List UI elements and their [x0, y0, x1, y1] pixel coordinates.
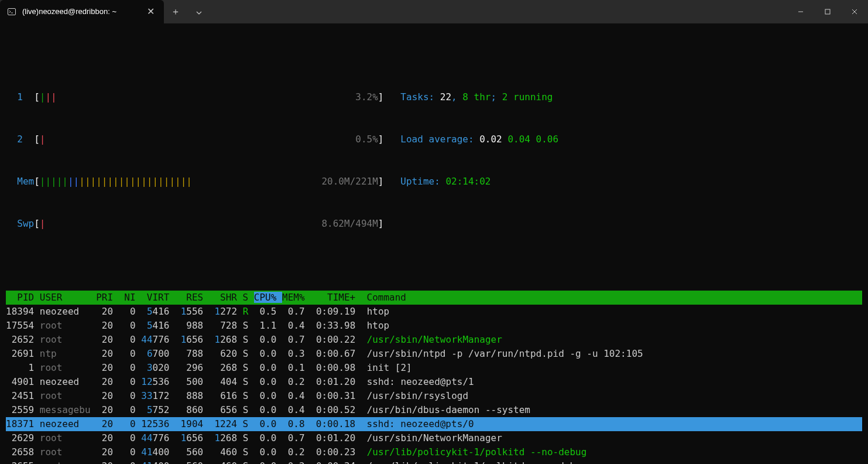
meters: 1 [||| 3.2%] Tasks: 22, 8 thr; 2 running…: [6, 62, 862, 259]
tab-close-button[interactable]: ✕: [145, 2, 157, 21]
table-row[interactable]: 17554 root 20 0 5416 988 728 S 1.1 0.4 0…: [6, 319, 862, 333]
table-header[interactable]: PID USER PRI NI VIRT RES SHR S CPU% MEM%…: [6, 291, 862, 305]
cpu2-meter: 2 [| 0.5%] Load average: 0.02 0.04 0.06: [6, 132, 862, 146]
terminal-icon: [7, 7, 16, 16]
tab-active[interactable]: (live)neozeed@redribbon: ~ ✕: [0, 0, 164, 23]
terminal-area[interactable]: 1 [||| 3.2%] Tasks: 22, 8 thr; 2 running…: [0, 23, 868, 464]
table-row[interactable]: 2559 messagebu 20 0 5752 860 656 S 0.0 0…: [6, 403, 862, 417]
maximize-button[interactable]: [814, 0, 841, 23]
table-row[interactable]: 2629 root 20 0 44776 1656 1268 S 0.0 0.7…: [6, 431, 862, 445]
svg-rect-0: [8, 9, 16, 15]
minimize-button[interactable]: [787, 0, 814, 23]
close-button[interactable]: [841, 0, 868, 23]
svg-rect-1: [825, 9, 830, 14]
table-row[interactable]: 2652 root 20 0 44776 1656 1268 S 0.0 0.7…: [6, 333, 862, 347]
table-row-selected[interactable]: 18371 neozeed 20 0 12536 1904 1224 S 0.0…: [6, 417, 862, 431]
tab-dropdown-button[interactable]: [187, 5, 211, 19]
table-row[interactable]: 2691 ntp 20 0 6700 788 620 S 0.0 0.3 0:0…: [6, 347, 862, 361]
table-row[interactable]: 4901 neozeed 20 0 12536 500 404 S 0.0 0.…: [6, 375, 862, 389]
new-tab-button[interactable]: ＋: [164, 5, 187, 19]
table-row[interactable]: 18394 neozeed 20 0 5416 1556 1272 R 0.5 …: [6, 305, 862, 319]
process-table: PID USER PRI NI VIRT RES SHR S CPU% MEM%…: [6, 291, 862, 464]
tab-title: (live)neozeed@redribbon: ~: [22, 6, 139, 18]
titlebar: (live)neozeed@redribbon: ~ ✕ ＋: [0, 0, 868, 23]
table-row[interactable]: 2655 root 20 0 41400 560 460 S 0.0 0.2 0…: [6, 459, 862, 464]
window-controls: [787, 0, 868, 23]
cpu1-meter: 1 [||| 3.2%] Tasks: 22, 8 thr; 2 running: [6, 90, 862, 104]
table-row[interactable]: 1 root 20 0 3020 296 268 S 0.0 0.1 0:00.…: [6, 361, 862, 375]
table-row[interactable]: 2451 root 20 0 33172 888 616 S 0.0 0.4 0…: [6, 389, 862, 403]
swp-meter: Swp[| 8.62M/494M]: [6, 217, 862, 231]
table-row[interactable]: 2658 root 20 0 41400 560 460 S 0.0 0.2 0…: [6, 445, 862, 459]
mem-meter: Mem[||||||||||||||||||||||||||| 20.0M/22…: [6, 175, 862, 189]
